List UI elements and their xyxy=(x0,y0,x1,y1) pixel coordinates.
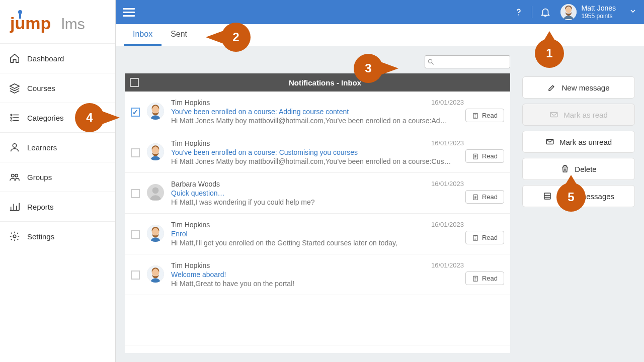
message-checkbox[interactable] xyxy=(131,108,140,117)
search-input[interactable] xyxy=(435,58,508,66)
message-row[interactable]: Tim HopkinsYou've been enrolled on a cou… xyxy=(125,132,510,173)
chevron-down-icon xyxy=(629,7,637,17)
nav-label: Settings xyxy=(27,232,54,241)
user-avatar xyxy=(560,4,577,20)
people-icon xyxy=(9,171,20,183)
nav-courses[interactable]: Courses xyxy=(0,73,115,103)
sidebar: jump lms Dashboard Courses Categories Le… xyxy=(0,0,116,362)
sender-avatar xyxy=(147,265,164,283)
nav-label: Reports xyxy=(27,203,54,211)
nav-settings[interactable]: Settings xyxy=(0,221,115,251)
message-date: 16/01/2023 xyxy=(431,139,464,147)
action-label: Delete xyxy=(575,165,596,173)
message-date: 16/01/2023 xyxy=(431,261,464,269)
svg-line-23 xyxy=(432,63,434,65)
list-title: Notifications - Inbox xyxy=(145,78,505,87)
read-button[interactable]: Read xyxy=(465,231,504,244)
gear-icon xyxy=(9,231,20,242)
message-checkbox[interactable] xyxy=(131,189,140,198)
empty-row xyxy=(125,295,510,320)
message-preview: Hi Matt Jones Matty boy mattbovill@hotma… xyxy=(171,117,504,125)
nav-dashboard[interactable]: Dashboard xyxy=(0,43,115,73)
callout-1: 1 xyxy=(536,40,562,66)
svg-rect-54 xyxy=(550,113,557,117)
separator xyxy=(532,6,532,18)
message-row[interactable]: Barbara WoodsQuick question…Hi Matt,I wa… xyxy=(125,173,510,214)
message-list: Tim HopkinsYou've been enrolled on a cou… xyxy=(125,92,510,353)
svg-point-19 xyxy=(518,15,519,16)
nav-label: Learners xyxy=(27,143,57,152)
message-row[interactable]: Tim HopkinsEnrolHi Matt,I'll get you enr… xyxy=(125,214,510,254)
nav-groups[interactable]: Groups xyxy=(0,162,115,192)
message-preview: Hi Matt,I was wondering if you could hel… xyxy=(171,198,504,206)
svg-text:lms: lms xyxy=(61,16,85,32)
tabs: Inbox Sent xyxy=(116,24,644,46)
svg-rect-58 xyxy=(544,193,550,199)
message-subject[interactable]: Enrol xyxy=(171,230,504,238)
message-row[interactable]: Tim HopkinsWelcome aboard!Hi Matt,Great … xyxy=(125,254,510,295)
callout-4: 4 xyxy=(76,105,103,131)
home-icon xyxy=(9,53,20,64)
message-subject[interactable]: Quick question… xyxy=(171,189,504,197)
callout-2: 2 xyxy=(223,24,249,50)
message-preview: Hi Matt,Great to have you on the portal! xyxy=(171,280,504,288)
read-button[interactable]: Read xyxy=(465,272,504,285)
svg-point-8 xyxy=(11,120,12,121)
read-label: Read xyxy=(482,234,498,241)
nav-learners[interactable]: Learners xyxy=(0,132,115,162)
svg-point-4 xyxy=(11,114,12,116)
message-checkbox[interactable] xyxy=(131,270,140,280)
message-subject[interactable]: You've been enrolled on a course: Custom… xyxy=(171,148,504,156)
svg-point-10 xyxy=(13,144,16,147)
brand-logo: jump lms xyxy=(0,0,115,43)
mark-unread-button[interactable]: Mark as unread xyxy=(522,131,635,153)
message-date: 16/01/2023 xyxy=(431,180,464,188)
action-label: Mark as read xyxy=(564,111,608,119)
action-label: Mark as unread xyxy=(559,138,612,146)
tab-inbox[interactable]: Inbox xyxy=(124,24,162,46)
message-row[interactable]: Tim HopkinsYou've been enrolled on a cou… xyxy=(125,92,510,132)
message-date: 16/01/2023 xyxy=(431,221,464,228)
message-checkbox[interactable] xyxy=(131,230,140,239)
empty-row xyxy=(125,320,510,345)
tab-sent[interactable]: Sent xyxy=(162,24,196,46)
topbar: Matt Jones 1955 points xyxy=(116,0,644,24)
list-icon xyxy=(9,112,20,123)
delete-button[interactable]: Delete xyxy=(522,158,635,180)
nav-label: Categories xyxy=(27,114,64,122)
message-checkbox[interactable] xyxy=(131,148,140,157)
message-preview: Hi Matt,I'll get you enrolled on the Get… xyxy=(171,239,504,247)
list-header: Notifications - Inbox xyxy=(125,73,510,92)
user-menu[interactable]: Matt Jones 1955 points xyxy=(560,4,637,20)
read-button[interactable]: Read xyxy=(465,149,504,163)
mark-read-button[interactable]: Mark as read xyxy=(522,104,635,126)
nav-reports[interactable]: Reports xyxy=(0,192,115,221)
svg-point-12 xyxy=(15,174,18,177)
select-all-checkbox[interactable] xyxy=(130,78,139,87)
svg-point-21 xyxy=(566,7,572,13)
hamburger-icon[interactable] xyxy=(123,6,135,18)
new-message-button[interactable]: New message xyxy=(522,76,635,99)
callout-3: 3 xyxy=(355,55,381,81)
sender-avatar xyxy=(147,184,164,201)
read-label: Read xyxy=(482,152,498,160)
read-button[interactable]: Read xyxy=(465,109,504,122)
read-label: Read xyxy=(482,112,498,119)
user-points: 1955 points xyxy=(582,13,616,20)
search-box[interactable] xyxy=(425,55,510,68)
svg-point-22 xyxy=(428,59,432,63)
message-subject[interactable]: You've been enrolled on a course: Adding… xyxy=(171,108,504,116)
sender-avatar xyxy=(147,225,164,242)
callout-5: 5 xyxy=(558,184,584,210)
bell-icon[interactable] xyxy=(537,4,553,20)
empty-row xyxy=(125,345,510,353)
read-label: Read xyxy=(482,193,498,201)
message-subject[interactable]: Welcome aboard! xyxy=(171,270,504,279)
read-button[interactable]: Read xyxy=(465,190,504,204)
action-label: New message xyxy=(561,83,609,92)
user-name: Matt Jones xyxy=(582,5,616,12)
svg-point-37 xyxy=(152,187,159,194)
help-icon[interactable] xyxy=(511,4,527,20)
sender-avatar xyxy=(147,143,164,160)
svg-point-11 xyxy=(12,174,14,177)
